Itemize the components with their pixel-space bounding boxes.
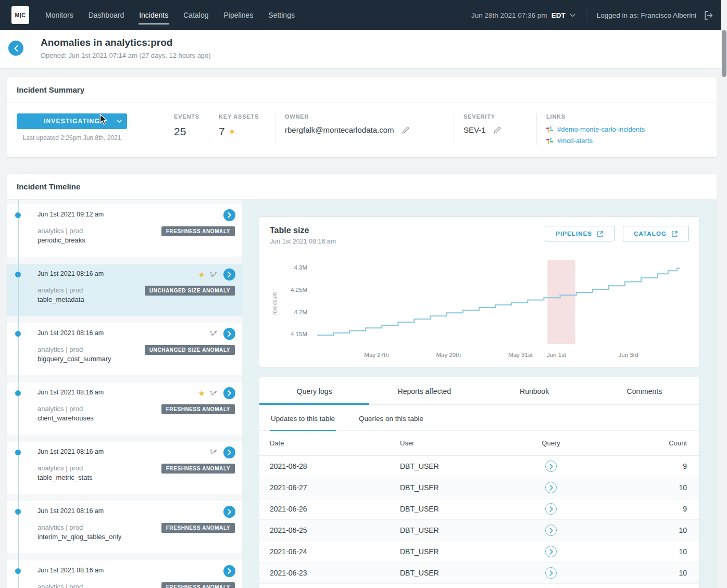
subtab-queries-on-this-table[interactable]: Queries on this table — [358, 405, 424, 430]
external-link-icon — [671, 231, 678, 237]
row-count: 10 — [645, 569, 687, 577]
incident-timeline-card: Incident Timeline Jun 1st 2021 09:12 ama… — [7, 174, 717, 588]
row-user: DBT_USER — [400, 526, 488, 534]
pencil-icon — [402, 126, 410, 134]
view-query-button[interactable] — [545, 525, 557, 536]
event-icons — [209, 330, 217, 337]
datetime-selector[interactable]: Jun 28th 2021 07:36 pm EDT — [471, 11, 575, 19]
status-label: INVESTIGATING — [44, 118, 100, 125]
catalog-button[interactable]: CATALOG — [623, 226, 689, 241]
page-title: Anomalies in analytics:prod — [41, 37, 211, 48]
incident-timeline-title: Incident Timeline — [7, 174, 717, 200]
anomaly-type-badge: UNCHANGED SIZE ANOMALY — [145, 286, 235, 296]
svg-text:4.15M: 4.15M — [291, 331, 307, 337]
timeline-item[interactable]: Jun 1st 2021 08:16 amanalytics | prodint… — [7, 560, 242, 588]
chevron-right-icon — [549, 464, 553, 469]
svg-text:4.25M: 4.25M — [291, 287, 307, 293]
chevron-down-icon — [570, 14, 575, 17]
timeline-item[interactable]: Jun 1st 2021 08:16 amanalytics | prodcli… — [7, 382, 242, 434]
star-icon: ★ — [198, 389, 205, 397]
row-count: 9 — [645, 462, 687, 470]
header-count: Count — [645, 439, 687, 447]
svg-text:4.2M: 4.2M — [294, 309, 307, 315]
nav-item-incidents[interactable]: Incidents — [139, 9, 169, 21]
edit-severity-button[interactable] — [493, 126, 502, 134]
links-section: LINKS #demo-monte-carlo-incidents#mcd-al… — [537, 113, 707, 145]
nav-item-pipelines[interactable]: Pipelines — [223, 9, 254, 21]
nav-item-dashboard[interactable]: Dashboard — [88, 9, 125, 21]
app-logo[interactable]: M|C — [11, 6, 29, 24]
event-table-name: interim_tv_qlog_tables_only — [37, 533, 235, 541]
row-date: 2021-06-27 — [270, 483, 400, 492]
timeline-dot — [15, 331, 21, 337]
view-query-button[interactable] — [545, 482, 557, 493]
tab-runbook[interactable]: Runbook — [480, 377, 590, 404]
anomaly-type-badge: FRESHNESS ANOMALY — [161, 464, 235, 474]
timeline-dot — [15, 509, 21, 515]
subtab-updates-to-this-table[interactable]: Updates to this table — [270, 405, 336, 430]
open-event-button[interactable] — [223, 565, 235, 577]
logout-button[interactable] — [704, 10, 713, 20]
event-icons: ★ — [198, 389, 217, 397]
view-query-button[interactable] — [545, 461, 557, 472]
timeline-item[interactable]: Jun 1st 2021 08:16 amanalytics | prodtab… — [7, 442, 242, 494]
nav-item-catalog[interactable]: Catalog — [183, 9, 209, 21]
last-updated-text: Last updated 2:26pm Jun 8th, 2021 — [17, 134, 127, 142]
chevron-right-icon — [549, 485, 553, 491]
timeline-item[interactable]: Jun 1st 2021 08:16 amanalytics | prodbig… — [7, 323, 242, 375]
svg-text:Jun 3rd: Jun 3rd — [619, 352, 638, 358]
back-button[interactable] — [8, 41, 23, 56]
tab-comments[interactable]: Comments — [590, 377, 699, 404]
nav-item-settings[interactable]: Settings — [268, 9, 295, 21]
nav-divider — [586, 8, 586, 22]
anomaly-type-badge: FRESHNESS ANOMALY — [161, 582, 235, 588]
status-dropdown-button[interactable]: INVESTIGATING — [17, 113, 127, 129]
tab-query-logs[interactable]: Query logs — [259, 377, 369, 404]
app-root: M|C MonitorsDashboardIncidentsCatalogPip… — [0, 0, 727, 588]
status-section: INVESTIGATING Last updated 2:26pm Jun 8t… — [17, 113, 174, 142]
open-event-button[interactable] — [223, 209, 235, 221]
size-metric-icon — [209, 390, 217, 397]
incident-summary-title: Incident Summary — [7, 77, 717, 103]
event-table-name: table_metadata — [37, 296, 235, 303]
query-log-row: 2021-06-26DBT_USER9 — [259, 498, 699, 520]
open-event-button[interactable] — [223, 269, 235, 280]
detail-tabs-card: Query logsReports affectedRunbookComment… — [259, 377, 700, 588]
slack-channel-link[interactable]: #demo-monte-carlo-incidents — [546, 125, 707, 133]
chevron-down-icon — [117, 120, 122, 123]
external-link-icon — [597, 231, 604, 237]
table-size-subtitle: Jun 1st 2021 08:16 am — [270, 238, 336, 245]
view-query-button[interactable] — [545, 546, 557, 557]
open-event-button[interactable] — [223, 387, 235, 399]
timeline-item[interactable]: Jun 1st 2021 09:12 amanalytics | prodper… — [7, 204, 242, 257]
open-event-button[interactable] — [223, 328, 235, 340]
slack-channel-link[interactable]: #mcd-alerts — [546, 137, 707, 145]
page-header-text: Anomalies in analytics:prod Opened: Jun … — [41, 37, 211, 59]
timeline-item[interactable]: Jun 1st 2021 08:16 amanalytics | prodtab… — [7, 264, 242, 316]
row-date: 2021-06-28 — [270, 462, 400, 470]
nav-item-monitors[interactable]: Monitors — [45, 9, 74, 21]
slack-icon — [546, 137, 553, 144]
star-icon: ★ — [229, 127, 235, 136]
pipelines-button[interactable]: PIPELINES — [545, 226, 615, 241]
row-user: DBT_USER — [400, 547, 488, 556]
open-event-button[interactable] — [223, 446, 235, 458]
owner-label: OWNER — [285, 113, 454, 120]
row-user: DBT_USER — [400, 483, 488, 492]
page-scrollbar[interactable] — [721, 0, 727, 588]
open-event-button[interactable] — [223, 506, 235, 518]
scrollbar-thumb[interactable] — [722, 30, 726, 77]
view-query-button[interactable] — [545, 503, 557, 515]
timeline-list: Jun 1st 2021 09:12 amanalytics | prodper… — [7, 200, 242, 588]
query-log-row: 2021-06-28DBT_USER9 — [259, 456, 699, 477]
tab-reports-affected[interactable]: Reports affected — [369, 377, 479, 404]
timeline-item[interactable]: Jun 1st 2021 08:16 amanalytics | prodint… — [7, 501, 242, 553]
edit-owner-button[interactable] — [402, 126, 410, 134]
catalog-button-label: CATALOG — [634, 231, 667, 237]
table-size-heading: Table size Jun 1st 2021 08:16 am — [270, 226, 336, 245]
star-icon: ★ — [198, 271, 205, 278]
query-table-rows: 2021-06-28DBT_USER92021-06-27DBT_USER102… — [259, 456, 699, 584]
view-query-button[interactable] — [545, 567, 557, 579]
logout-icon — [704, 10, 713, 20]
incident-detail-panel: Table size Jun 1st 2021 08:16 am PIPELIN… — [242, 200, 717, 588]
